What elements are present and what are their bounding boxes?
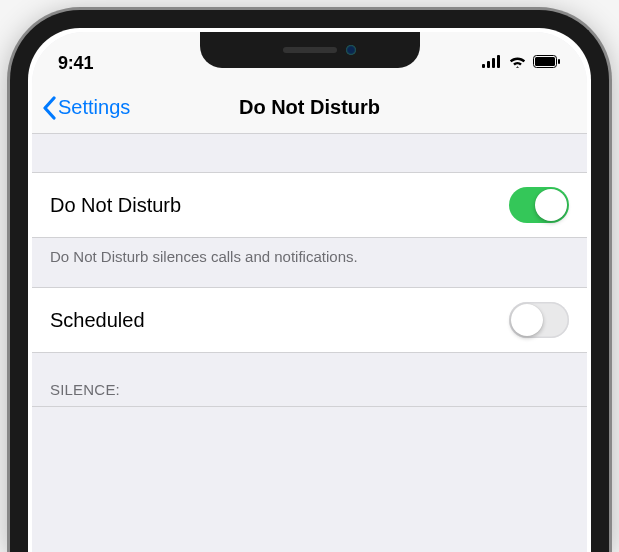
scheduled-row[interactable]: Scheduled [32, 287, 587, 353]
battery-icon [533, 54, 561, 72]
front-camera [346, 45, 356, 55]
cellular-icon [482, 54, 502, 72]
status-time: 9:41 [58, 53, 93, 74]
earpiece-speaker [283, 47, 337, 53]
dnd-label: Do Not Disturb [50, 194, 181, 217]
svg-rect-5 [535, 57, 555, 66]
dnd-toggle[interactable] [509, 187, 569, 223]
page-title: Do Not Disturb [239, 96, 380, 119]
content: Do Not Disturb Do Not Disturb silences c… [32, 134, 587, 407]
dnd-row[interactable]: Do Not Disturb [32, 172, 587, 238]
scheduled-toggle[interactable] [509, 302, 569, 338]
toggle-knob [511, 304, 543, 336]
back-label: Settings [58, 96, 130, 119]
nav-bar: Settings Do Not Disturb [32, 82, 587, 134]
svg-rect-2 [492, 58, 495, 68]
svg-rect-1 [487, 61, 490, 68]
phone-frame: 9:41 Settings Do Not Disturb [10, 10, 609, 552]
toggle-knob [535, 189, 567, 221]
silence-header: SILENCE: [32, 353, 587, 406]
wifi-icon [508, 54, 527, 72]
back-button[interactable]: Settings [42, 96, 130, 120]
svg-rect-3 [497, 55, 500, 68]
dnd-footer: Do Not Disturb silences calls and notifi… [32, 238, 587, 287]
svg-rect-0 [482, 64, 485, 68]
notch [200, 32, 420, 68]
status-icons [482, 54, 561, 72]
chevron-left-icon [42, 96, 56, 120]
screen: 9:41 Settings Do Not Disturb [32, 32, 587, 552]
svg-rect-6 [558, 59, 560, 64]
divider [32, 406, 587, 407]
scheduled-label: Scheduled [50, 309, 145, 332]
